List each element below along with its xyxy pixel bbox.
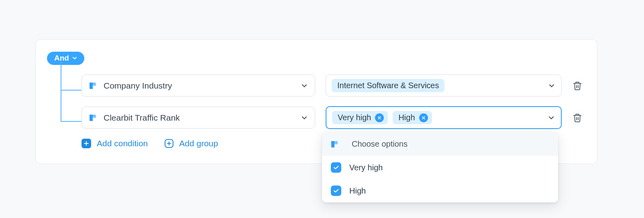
chevron-down-icon <box>548 82 556 90</box>
checkbox-checked-icon <box>331 162 341 173</box>
checkbox-checked-icon <box>331 186 341 196</box>
delete-condition-button[interactable] <box>572 112 583 123</box>
value-select[interactable]: Very high High <box>326 106 562 129</box>
clearbit-icon <box>88 113 97 122</box>
add-condition-label: Add condition <box>97 139 148 148</box>
field-label: Clearbit Traffic Rank <box>104 113 300 123</box>
options-dropdown: Choose options Very high High <box>322 132 558 202</box>
chip-label: Internet Software & Services <box>337 81 439 90</box>
tree-connector-vertical <box>61 61 61 121</box>
chevron-down-icon <box>300 114 308 122</box>
logic-operator-label: And <box>54 54 69 63</box>
chevron-down-icon <box>300 82 308 90</box>
condition-row: Clearbit Traffic Rank Very high High <box>82 106 586 129</box>
logic-operator-pill[interactable]: And <box>47 52 84 65</box>
value-select[interactable]: Internet Software & Services <box>326 75 562 97</box>
tree-connector-horizontal <box>61 121 82 122</box>
field-select[interactable]: Clearbit Traffic Rank <box>82 107 315 129</box>
dropdown-header-label: Choose options <box>352 139 408 149</box>
condition-row: Company Industry Internet Software & Ser… <box>82 75 586 97</box>
tree-connector-horizontal <box>61 90 82 91</box>
clearbit-icon <box>88 81 97 90</box>
chevron-down-icon <box>547 114 555 122</box>
value-chip: Very high <box>332 111 388 124</box>
field-label: Company Industry <box>104 81 300 91</box>
add-group-button[interactable]: Add group <box>165 139 218 148</box>
add-condition-button[interactable]: Add condition <box>82 139 148 148</box>
value-chip: High <box>393 111 432 124</box>
plus-icon <box>82 139 91 148</box>
remove-chip-button[interactable] <box>419 113 428 122</box>
clearbit-icon <box>330 140 339 149</box>
field-select[interactable]: Company Industry <box>82 75 315 97</box>
chip-label: High <box>398 113 415 122</box>
option-label: High <box>349 186 366 196</box>
dropdown-option[interactable]: High <box>322 179 558 202</box>
dropdown-option[interactable]: Very high <box>322 156 558 179</box>
value-chip: Internet Software & Services <box>332 79 444 92</box>
plus-outline-icon <box>165 139 173 148</box>
chevron-down-icon <box>71 55 78 61</box>
option-label: Very high <box>349 163 383 172</box>
remove-chip-button[interactable] <box>375 113 384 122</box>
dropdown-header: Choose options <box>322 132 558 156</box>
delete-condition-button[interactable] <box>572 80 583 91</box>
chip-label: Very high <box>338 113 371 122</box>
add-group-label: Add group <box>179 139 218 148</box>
